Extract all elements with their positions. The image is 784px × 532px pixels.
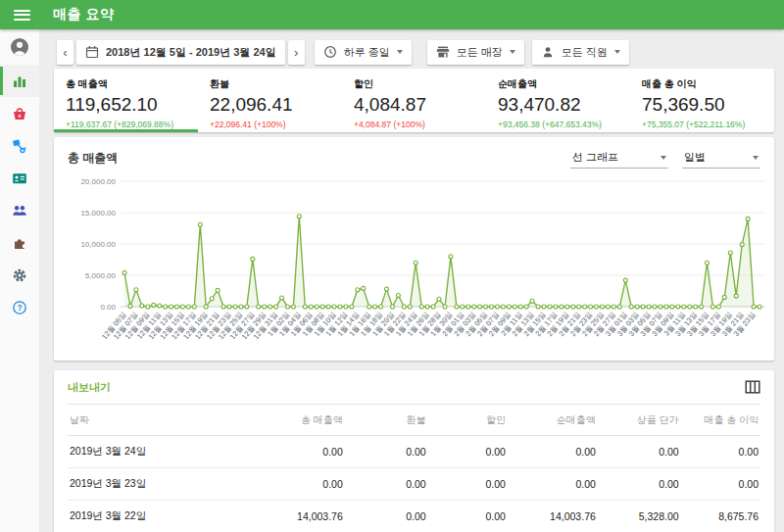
table-header-cell: 총 매출액	[234, 405, 345, 436]
stats-tabs: 총 매출액119,652.10+119,637.67 (+829,069.88%…	[54, 69, 774, 132]
stat-delta: +22,096.41 (+100%)	[210, 120, 330, 129]
gear-icon	[12, 267, 27, 283]
stat-tab-5[interactable]: 매출 총 이익75,369.50+75,355.07 (+522,211.16%…	[630, 69, 774, 132]
date-next-button[interactable]: ›	[288, 40, 305, 65]
row-value-cell: 0.00	[681, 468, 760, 501]
person-icon	[541, 45, 555, 59]
store-filter-button[interactable]: 모든 매장	[427, 40, 524, 65]
columns-icon[interactable]	[745, 380, 760, 394]
row-value-cell: 0.00	[598, 436, 681, 468]
row-value-cell: 0.00	[234, 468, 345, 501]
clock-icon	[323, 45, 337, 59]
sidebar: ?	[0, 29, 39, 532]
bar-chart-icon	[12, 73, 27, 89]
stat-tab-4[interactable]: 순매출액93,470.82+93,456.38 (+647,653.43%)	[486, 69, 630, 132]
caret-down-icon	[510, 50, 515, 54]
row-value-cell: 8,675.76	[681, 501, 760, 532]
interval-value: 일별	[684, 150, 706, 165]
table-header-cell: 상품 단가	[598, 405, 681, 436]
table-header-cell: 매출 총 이익	[681, 405, 760, 436]
row-value-cell: 0.00	[345, 436, 428, 468]
calendar-icon	[85, 45, 99, 59]
svg-text:5,000.00: 5,000.00	[85, 271, 117, 280]
stat-delta: +119,637.67 (+829,069.88%)	[66, 120, 186, 129]
stat-value: 75,369.50	[642, 94, 762, 116]
sidebar-item-employees[interactable]	[0, 194, 39, 226]
row-value-cell: 0.00	[428, 501, 508, 532]
sales-line-chart: 0.005,000.0010,000.0015,000.0020,000.001…	[68, 171, 770, 360]
row-value-cell: 0.00	[428, 468, 508, 501]
table-header: 날짜총 매출액환불할인순매출액상품 단가매출 총 이익	[68, 405, 760, 436]
row-value-cell: 0.00	[428, 436, 508, 468]
export-link[interactable]: 내보내기	[68, 380, 111, 395]
stat-label: 환불	[210, 77, 330, 91]
row-date-cell: 2019년 3월 24일	[68, 436, 234, 468]
row-date-cell: 2019년 3월 23일	[68, 468, 234, 501]
table-body: 2019년 3월 24일0.000.000.000.000.000.002019…	[68, 436, 760, 532]
caret-down-icon	[614, 50, 620, 54]
row-value-cell: 0.00	[508, 436, 598, 468]
svg-text:10,000.00: 10,000.00	[80, 240, 116, 249]
filters-toolbar: ‹ 2018년 12월 5일 - 2019년 3월 24일 › 하루 종일	[57, 39, 774, 65]
date-prev-button[interactable]: ‹	[57, 40, 74, 65]
chart-title: 총 매출액	[68, 150, 555, 167]
table-row: 2019년 3월 22일14,003.760.000.0014,003.765,…	[68, 501, 760, 532]
sidebar-item-inventory[interactable]	[0, 129, 39, 162]
stat-tab-2[interactable]: 환불22,096.41+22,096.41 (+100%)	[198, 69, 342, 132]
table-header-cell: 할인	[428, 405, 508, 436]
date-range-button[interactable]: 2018년 12월 5일 - 2019년 3월 24일	[76, 40, 285, 65]
table-row: 2019년 3월 23일0.000.000.000.000.000.00	[68, 468, 760, 501]
chart-card: 총 매출액 선 그래프 일별 0.005,000.0010,000.0015,0…	[54, 137, 774, 361]
row-value-cell: 0.00	[598, 468, 681, 501]
stat-value: 93,470.82	[498, 94, 618, 116]
stat-delta: +93,456.38 (+647,653.43%)	[498, 120, 618, 129]
row-value-cell: 0.00	[345, 501, 428, 532]
stat-value: 22,096.41	[210, 94, 330, 116]
table-actions-row: 내보내기	[68, 370, 760, 404]
svg-text:0.00: 0.00	[100, 303, 116, 312]
row-value-cell: 0.00	[681, 436, 760, 468]
stat-label: 할인	[354, 77, 474, 91]
sidebar-item-items[interactable]	[0, 97, 39, 129]
sales-summary-screen: 매출 요약	[0, 0, 784, 532]
row-value-cell: 0.00	[234, 436, 345, 468]
store-icon	[436, 45, 450, 59]
page-title: 매출 요약	[53, 6, 114, 24]
row-date-cell: 2019년 3월 22일	[68, 501, 234, 532]
sidebar-item-customers[interactable]	[0, 162, 39, 194]
chart-header: 총 매출액 선 그래프 일별	[68, 146, 760, 169]
stat-label: 매출 총 이익	[642, 77, 762, 91]
time-filter-button[interactable]: 하루 종일	[315, 40, 412, 65]
sidebar-item-account[interactable]	[0, 29, 39, 65]
table-header-row: 날짜총 매출액환불할인순매출액상품 단가매출 총 이익	[68, 405, 760, 436]
menu-icon[interactable]	[14, 10, 30, 21]
sidebar-item-settings[interactable]	[0, 259, 39, 291]
hand-truck-icon	[12, 138, 27, 154]
interval-select[interactable]: 일별	[682, 147, 760, 169]
svg-text:20,000.00: 20,000.00	[80, 177, 116, 186]
row-value-cell: 0.00	[345, 468, 428, 501]
sidebar-item-apps[interactable]	[0, 226, 39, 259]
stat-tab-1[interactable]: 총 매출액119,652.10+119,637.67 (+829,069.88%…	[54, 69, 198, 132]
sidebar-item-help[interactable]: ?	[0, 291, 39, 323]
stat-tab-3[interactable]: 할인4,084.87+4,084.87 (+100%)	[342, 69, 486, 132]
svg-text:?: ?	[17, 303, 22, 313]
help-icon: ?	[12, 300, 27, 315]
caret-down-icon	[753, 156, 759, 160]
stat-delta: +4,084.87 (+100%)	[354, 120, 474, 129]
row-value-cell: 14,003.76	[508, 501, 598, 532]
stat-delta: +75,355.07 (+522,211.16%)	[642, 120, 762, 129]
caret-down-icon	[397, 50, 403, 54]
table-row: 2019년 3월 24일0.000.000.000.000.000.00	[68, 436, 760, 468]
stat-label: 총 매출액	[66, 77, 186, 91]
sidebar-item-reports[interactable]	[0, 65, 39, 97]
puzzle-icon	[12, 235, 27, 251]
time-filter-label: 하루 종일	[344, 45, 390, 60]
stat-label: 순매출액	[498, 77, 618, 91]
table-header-cell: 날짜	[68, 405, 234, 436]
row-value-cell: 0.00	[508, 468, 598, 501]
chart-type-select[interactable]: 선 그래프	[570, 147, 668, 169]
details-table-card: 내보내기 날짜총 매출액환불할인순매출액상품 단가매출 총 이익 2019년 3…	[54, 370, 774, 532]
employee-filter-button[interactable]: 모든 직원	[532, 40, 629, 65]
employee-filter-label: 모든 직원	[562, 45, 608, 60]
